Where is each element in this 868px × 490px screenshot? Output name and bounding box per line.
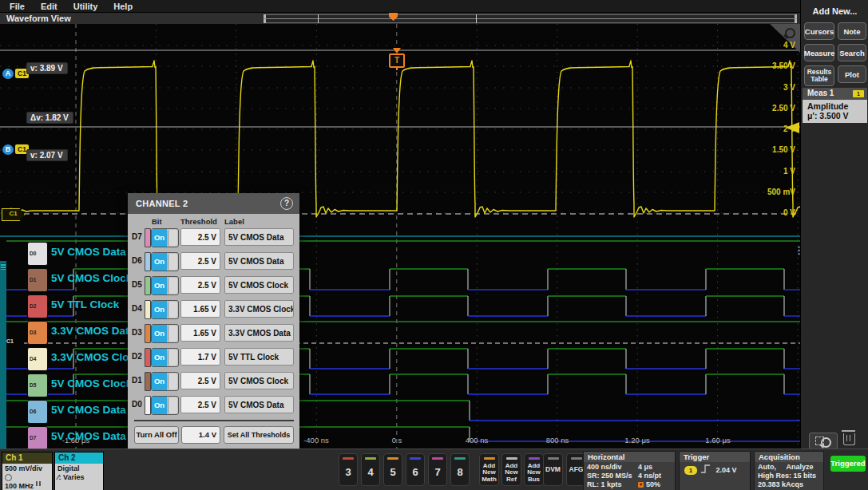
cursor-a-readout[interactable]: v: 3.89 V [26,62,68,74]
bit-toggle-d7[interactable]: On [151,228,179,247]
add-new-results-table-button[interactable]: Results Table [804,65,834,86]
digital-group-ref-marker[interactable]: C1 [6,338,14,344]
measurement-values: Amplitude μ': 3.500 V [803,100,867,123]
tab-waveform-view[interactable]: Waveform View [6,14,71,23]
bit-toggle-d1[interactable]: On [151,372,179,391]
bit-row-d2: D2On1.7 V5V TTL Clock [128,348,299,366]
add-new-search-button[interactable]: Search [838,44,866,61]
label-field-d2[interactable]: 5V TTL Clock [224,348,294,366]
menu-file[interactable]: File [10,2,25,11]
digital-channel-label-d7: 5V CMOS Data [51,430,126,442]
bit-toggle-d4[interactable]: On [151,300,179,319]
dialog-header[interactable]: CHANNEL 2 ? [128,193,299,214]
digital-group-handle[interactable] [0,261,6,449]
add-new-measure-button[interactable]: Measure [804,44,834,61]
menu-utility[interactable]: Utility [73,2,98,11]
digital-channel-swatch-d1[interactable]: D1 [27,268,48,292]
add-new-note-button[interactable]: Note [838,22,866,40]
all-threshold-field[interactable]: 1.4 V [181,426,220,444]
toggle-knob [168,254,177,270]
menu-edit[interactable]: Edit [41,2,57,11]
digital-channel-swatch-d2[interactable]: D2 [27,294,48,318]
threshold-field-d7[interactable]: 2.5 V [180,228,220,246]
label-field-d0[interactable]: 5V CMOS Data [224,396,294,413]
add-new-bus-button[interactable]: AddNewBus [524,453,544,486]
measurement-badge[interactable]: Meas 1 1 Amplitude μ': 3.500 V [803,88,867,123]
channel-button-6[interactable]: 6 [406,453,425,486]
add-new-ref-button[interactable]: AddNewRef [501,453,521,486]
acquisition-panel[interactable]: Acquisition Auto, Analyze High Res: 15 b… [754,451,824,490]
acquisition-count: 20.383 kAcqs [758,480,820,489]
horizontal-overview-bar[interactable] [264,14,797,23]
waveform-plot-area[interactable]: 4 V3.50 V3 V2.50 V2 V1.50 V1 V500 mV0 V … [0,24,800,449]
trigger-panel-header: Trigger [680,452,750,462]
cursor-b-badge[interactable]: B [2,144,14,155]
label-field-d6[interactable]: 5V CMOS Data [224,252,294,270]
threshold-field-d4[interactable]: 1.65 V [180,300,220,318]
bit-toggle-d2[interactable]: On [151,348,179,367]
threshold-field-d2[interactable]: 1.7 V [180,348,220,366]
bit-color-swatch [145,300,151,319]
dialog-title: CHANNEL 2 [136,199,188,208]
bit-id-label: D0 [132,400,142,409]
label-field-d7[interactable]: 5V CMOS Data [224,228,294,246]
cursor-a-badge[interactable]: A [2,69,14,79]
cursor-b-readout[interactable]: v: 2.07 V [26,149,68,161]
digital-channel-swatch-d7[interactable]: D7 [27,426,48,449]
add-new-math-button[interactable]: AddNewMath [479,453,499,486]
threshold-field-d6[interactable]: 2.5 V [180,252,220,270]
digital-channel-swatch-d3[interactable]: D3 [27,321,48,345]
channel-button-7[interactable]: 7 [428,453,447,486]
digital-channel-swatch-d5[interactable]: D5 [27,373,48,397]
toggle-on-label: On [152,349,167,366]
channel-color-stripe [343,457,354,460]
menu-help[interactable]: Help [113,2,133,11]
bit-toggle-d0[interactable]: On [151,396,179,415]
panel-splitter-grip[interactable]: ⋮ [794,247,799,265]
digital-channel-swatch-d6[interactable]: D6 [27,400,48,424]
bit-color-swatch [145,348,151,367]
measurement-source-badge: 1 [853,90,864,97]
bit-toggle-d6[interactable]: On [151,252,179,271]
measurement-name: Amplitude [807,101,867,111]
tab-bar: Waveform View [0,13,800,25]
magnifier-icon [821,437,831,448]
threshold-field-d3[interactable]: 1.65 V [180,324,220,342]
threshold-field-d0[interactable]: 2.5 V [180,396,220,413]
voltage-label-2-50-v: 2.50 V [739,104,795,113]
toggle-knob [168,397,177,413]
help-icon[interactable]: ? [280,197,293,210]
horizontal-value-right: 4 ns/pt [638,472,661,480]
time-label-800-ns: 800 ns [533,436,581,445]
threshold-field-d1[interactable]: 2.5 V [180,372,220,389]
bit-toggle-d3[interactable]: On [151,324,179,343]
channel-button-label: 7 [434,466,440,478]
voltage-label-1-v: 1 V [739,167,795,176]
draw-zoom-box-button[interactable] [809,433,838,449]
channel2-badge[interactable]: Ch 2 Digital ∕: Varies [54,452,104,490]
turn-all-off-button[interactable]: Turn All Off [134,426,179,444]
trash-icon[interactable] [843,433,855,445]
channel1-badge[interactable]: Ch 1 500 mV/div 100 MHz [2,452,53,490]
channel-button-5[interactable]: 5 [383,453,402,486]
label-field-d1[interactable]: 5V CMOS Clock [224,372,294,389]
dvm-button[interactable]: DVM [543,453,563,486]
trigger-panel[interactable]: Trigger 1 2.04 V [679,451,751,490]
channel-button-label: 5 [390,466,395,478]
channel-button-8[interactable]: 8 [450,453,470,486]
add-new-plot-button[interactable]: Plot [838,65,866,83]
label-field-d5[interactable]: 5V CMOS Clock [224,276,294,294]
label-field-d4[interactable]: 3.3V CMOS Clock [224,300,294,318]
add-new-title: Add New... [801,6,868,16]
add-new-cursors-button[interactable]: Cursors [804,22,834,40]
digital-channel-swatch-d0[interactable]: D0 [27,242,48,266]
channel-button-3[interactable]: 3 [339,453,358,486]
bit-toggle-d5[interactable]: On [151,276,179,295]
channel-buttons: 345678 [339,453,470,486]
horizontal-panel[interactable]: Horizontal 400 ns/div4 μsSR: 250 MS/s4 n… [583,451,676,490]
set-all-thresholds-button[interactable]: Set All Thresholds [224,426,294,444]
threshold-field-d5[interactable]: 2.5 V [180,276,220,294]
label-field-d3[interactable]: 3.3V CMOS Data [224,324,294,342]
channel-button-4[interactable]: 4 [361,453,380,486]
digital-channel-swatch-d4[interactable]: D4 [27,347,48,371]
